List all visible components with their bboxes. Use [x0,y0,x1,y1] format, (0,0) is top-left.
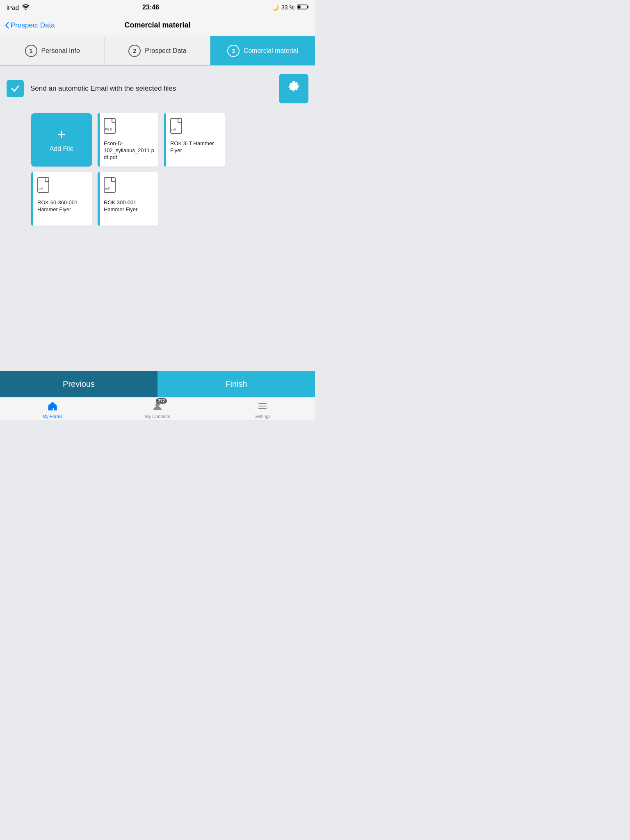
time-label: 23:46 [142,4,159,11]
email-checkbox[interactable] [7,80,24,97]
settings-icon [257,401,268,413]
file-card-3[interactable]: pdf ROK 300-001 Hammer Flyer [98,172,158,226]
file-icon-1: pdf [170,118,185,137]
tab-my-forms-label: My Forms [43,414,63,419]
file-grid: + Add File FILE Econ-D-102_syllabus_2011… [7,113,308,226]
file-card-2[interactable]: pdf ROK 60-360-001 Hammer Flyer [31,172,92,226]
tab-comercial-material[interactable]: 3 Comercial material [210,36,315,65]
tab-personal-info[interactable]: 1 Personal Info [0,36,105,65]
svg-text:pdf: pdf [171,128,176,131]
tab-settings[interactable]: Settings [210,399,315,419]
step-3-label: Comercial material [244,47,298,55]
step-1-circle: 1 [25,45,37,57]
add-file-button[interactable]: + Add File [31,113,92,167]
svg-rect-2 [298,5,301,8]
battery-label: 33 % [281,4,294,11]
file-icon-3: pdf [104,177,119,196]
file-name-2: ROK 60-360-001 Hammer Flyer [37,199,88,213]
step-tabs: 1 Personal Info 2 Prospect Data 3 Comerc… [0,36,315,66]
finish-button[interactable]: Finish [158,371,315,397]
file-name-3: ROK 300-001 Hammer Flyer [104,199,154,213]
home-icon [47,401,58,413]
step-2-circle: 2 [128,45,141,57]
battery-icon [297,4,308,11]
tab-my-contacts[interactable]: 272 My Contacts [105,399,210,419]
file-name-0: Econ-D-102_syllabus_2011.pdf.pdf [104,140,154,161]
wifi-icon [22,4,30,11]
add-file-label: Add File [50,145,74,153]
back-button[interactable]: Prospect Data [5,21,55,30]
svg-text:pdf: pdf [105,187,110,190]
svg-text:FILE: FILE [105,128,112,131]
previous-button[interactable]: Previous [0,371,158,397]
status-bar: iPad 23:46 🌙 33 % [0,0,315,15]
device-label: iPad [7,4,19,11]
nav-bar: Prospect Data Comercial material [0,15,315,36]
file-name-1: ROK 3LT Hammer Flyer [170,140,221,154]
moon-icon: 🌙 [272,4,279,11]
tab-my-forms[interactable]: My Forms [0,399,105,419]
tab-prospect-data[interactable]: 2 Prospect Data [105,36,210,65]
tab-bar: My Forms 272 My Contacts Settings [0,397,315,420]
file-icon-0: FILE [104,118,119,137]
plus-icon: + [57,127,66,142]
back-label: Prospect Data [11,21,55,30]
email-row: Send an automotic Email with the selecte… [7,74,308,103]
svg-rect-1 [308,6,309,8]
contacts-icon: 272 [152,401,163,413]
page-title: Comercial material [124,21,190,30]
step-3-circle: 3 [227,45,240,57]
email-label: Send an automotic Email with the selecte… [30,84,272,93]
tab-my-contacts-label: My Contacts [145,414,170,419]
main-content: Send an automotic Email with the selecte… [0,66,315,234]
file-card-1[interactable]: pdf ROK 3LT Hammer Flyer [164,113,225,167]
bottom-nav: Previous Finish [0,371,315,397]
svg-text:pdf: pdf [39,187,43,190]
contacts-badge: 272 [156,398,167,404]
gear-button[interactable] [279,74,308,103]
step-1-label: Personal Info [41,47,80,55]
file-card-0[interactable]: FILE Econ-D-102_syllabus_2011.pdf.pdf [98,113,158,167]
step-2-label: Prospect Data [145,47,186,55]
tab-settings-label: Settings [254,414,271,419]
file-icon-2: pdf [37,177,52,196]
